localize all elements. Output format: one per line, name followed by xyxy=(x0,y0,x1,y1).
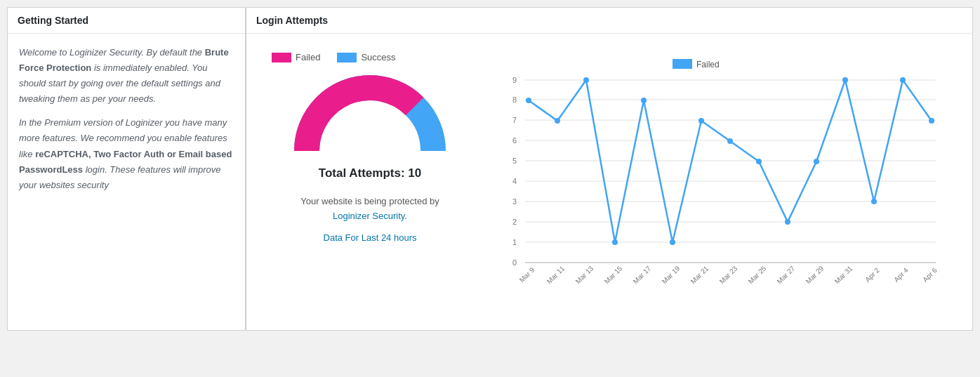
svg-point-50 xyxy=(929,118,934,124)
svg-text:Mar 29: Mar 29 xyxy=(804,264,826,285)
svg-text:0: 0 xyxy=(512,258,517,267)
svg-text:1: 1 xyxy=(512,238,517,246)
svg-text:3: 3 xyxy=(512,197,517,206)
svg-point-39 xyxy=(612,239,618,245)
paragraph-2: In the Premium version of Loginizer you … xyxy=(19,115,234,192)
svg-text:Mar 13: Mar 13 xyxy=(574,264,595,285)
svg-text:Mar 27: Mar 27 xyxy=(776,264,797,285)
svg-point-45 xyxy=(785,219,790,225)
svg-point-37 xyxy=(555,118,560,124)
success-label: Success xyxy=(361,52,395,62)
svg-point-47 xyxy=(842,77,848,83)
loginizer-security-link[interactable]: Loginizer Security. xyxy=(333,211,407,221)
chart-legend-swatch xyxy=(673,59,692,69)
svg-point-49 xyxy=(900,77,906,83)
svg-point-36 xyxy=(526,98,531,103)
svg-text:Mar 17: Mar 17 xyxy=(632,264,653,285)
svg-point-42 xyxy=(698,118,704,124)
svg-text:Apr 4: Apr 4 xyxy=(892,266,910,284)
svg-text:4: 4 xyxy=(512,177,517,185)
dashboard: Getting Started Welcome to Loginizer Sec… xyxy=(7,7,973,331)
chart-legend-text: Failed xyxy=(696,60,720,70)
svg-text:8: 8 xyxy=(512,95,517,104)
login-attempts-body: Failed Success xyxy=(246,34,972,330)
svg-point-44 xyxy=(756,159,762,164)
svg-point-38 xyxy=(583,77,589,83)
gauge-section: Failed Success xyxy=(258,45,482,250)
legend-failed: Failed xyxy=(272,52,320,62)
gauge-donut xyxy=(293,74,447,158)
svg-point-41 xyxy=(670,239,675,245)
gauge-svg xyxy=(293,74,447,158)
login-attempts-card: Login Attempts Failed Success xyxy=(246,7,973,331)
chart-legend: Failed Success xyxy=(258,52,396,62)
svg-text:Mar 9: Mar 9 xyxy=(518,265,536,284)
chart-section: Failed xyxy=(482,45,961,319)
svg-point-43 xyxy=(727,138,733,144)
success-swatch xyxy=(337,53,357,62)
svg-text:Mar 19: Mar 19 xyxy=(661,264,682,285)
svg-point-48 xyxy=(871,199,877,204)
svg-text:6: 6 xyxy=(512,136,517,145)
getting-started-card: Getting Started Welcome to Loginizer Sec… xyxy=(7,7,246,331)
paragraph-1: Welcome to Loginizer Security. By defaul… xyxy=(19,45,234,107)
data-for-label: Data For Last 24 hours xyxy=(324,232,417,243)
failed-swatch xyxy=(272,53,291,62)
svg-point-40 xyxy=(641,98,647,103)
svg-text:7: 7 xyxy=(512,116,517,124)
protected-line1: Your website is being protected by xyxy=(300,196,439,206)
svg-text:Mar 31: Mar 31 xyxy=(833,264,854,285)
svg-text:2: 2 xyxy=(512,218,517,226)
getting-started-title: Getting Started xyxy=(8,8,245,34)
failed-label: Failed xyxy=(296,52,320,62)
line-chart-svg: Failed xyxy=(482,52,954,312)
svg-text:9: 9 xyxy=(512,76,517,84)
svg-text:Apr 2: Apr 2 xyxy=(863,266,881,284)
total-attempts: Total Attempts: 10 xyxy=(319,166,421,180)
login-attempts-title: Login Attempts xyxy=(246,8,972,34)
svg-text:Mar 25: Mar 25 xyxy=(747,264,768,285)
svg-text:Apr 6: Apr 6 xyxy=(921,266,939,284)
legend-success: Success xyxy=(337,52,395,62)
svg-text:Mar 11: Mar 11 xyxy=(545,264,567,285)
protected-text: Your website is being protected by Login… xyxy=(300,194,439,224)
getting-started-text: Welcome to Loginizer Security. By defaul… xyxy=(19,45,234,193)
svg-text:Mar 15: Mar 15 xyxy=(603,264,624,285)
getting-started-body: Welcome to Loginizer Security. By defaul… xyxy=(8,34,245,213)
svg-text:Mar 21: Mar 21 xyxy=(689,264,710,285)
svg-point-0 xyxy=(331,112,409,158)
svg-text:Mar 23: Mar 23 xyxy=(718,264,739,285)
chart-wrapper: Failed xyxy=(482,52,954,312)
svg-text:5: 5 xyxy=(512,157,517,165)
svg-point-46 xyxy=(814,159,819,164)
